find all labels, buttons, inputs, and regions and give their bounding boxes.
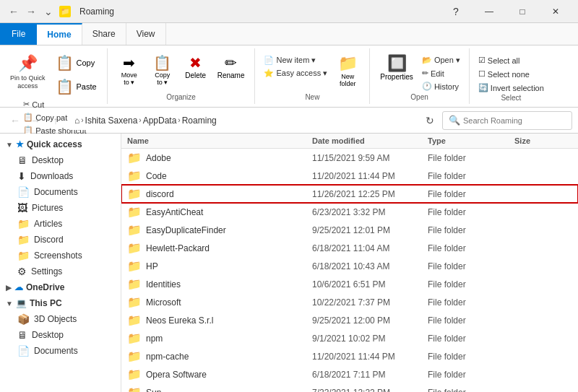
file-name: Code <box>146 171 167 181</box>
pin-to-quick-button[interactable]: 📌 Pin to Quickaccess <box>6 51 50 93</box>
folder-row-icon: 📁 <box>127 205 142 219</box>
tab-share[interactable]: Share <box>82 23 126 45</box>
sidebar-item-documents[interactable]: 📄 Documents <box>0 184 121 200</box>
col-date-header[interactable]: Date modified <box>312 136 428 145</box>
sidebar-item-downloads[interactable]: ⬇ Downloads <box>0 168 121 184</box>
folder-row-icon: 📁 <box>127 187 142 201</box>
file-date: 6/23/2021 3:32 PM <box>312 207 428 217</box>
table-row[interactable]: 📁 EasyAntiCheat 6/23/2021 3:32 PM File f… <box>121 203 578 221</box>
discord-sidebar-icon: 📁 <box>17 234 30 245</box>
table-row[interactable]: 📁 HP 6/18/2021 10:43 AM File folder <box>121 257 578 275</box>
folder-row-icon: 📁 <box>127 241 142 255</box>
invert-selection-button[interactable]: 🔄 Invert selection <box>475 82 547 94</box>
breadcrumb-appdata: AppData <box>143 116 177 126</box>
open-button[interactable]: 📂 Open ▾ <box>419 54 463 66</box>
table-row[interactable]: 📁 Code 11/20/2021 11:44 PM File folder <box>121 167 578 185</box>
up-addr-button[interactable]: ↑ <box>46 111 65 130</box>
maximize-button[interactable]: □ <box>506 0 539 23</box>
breadcrumb-current: Roaming <box>182 116 217 126</box>
col-size-header[interactable]: Size <box>514 136 572 145</box>
table-row[interactable]: 📁 Hewlett-Packard 6/18/2021 11:04 AM Fil… <box>121 239 578 257</box>
sidebar-item-articles-label: Articles <box>34 219 62 229</box>
table-row[interactable]: 📁 Adobe 11/15/2021 9:59 AM File folder <box>121 149 578 167</box>
table-row[interactable]: 📁 Microsoft 10/22/2021 7:37 PM File fold… <box>121 293 578 311</box>
sidebar-item-documents2[interactable]: 📄 Documents <box>0 343 121 359</box>
tab-view[interactable]: View <box>126 23 166 45</box>
new-item-button[interactable]: 📄 New item ▾ <box>261 54 330 66</box>
help-button[interactable]: ? <box>439 0 473 23</box>
sidebar-item-screenshots[interactable]: 📁 Screenshots <box>0 248 121 263</box>
quick-access-section[interactable]: ▼ ★ Quick access <box>0 136 121 152</box>
address-path[interactable]: ⌂ › Ishita Saxena › AppData › Roaming <box>68 111 418 130</box>
ribbon-group-select: ☑ Select all ☐ Select none 🔄 Invert sele… <box>470 48 553 104</box>
table-row[interactable]: 📁 EasyDuplicateFinder 9/25/2021 12:01 PM… <box>121 221 578 239</box>
recent-button[interactable]: ⌄ <box>40 4 56 19</box>
move-to-button[interactable]: ➡ Moveto ▾ <box>113 51 145 89</box>
properties-button[interactable]: 🔲 Properties <box>376 51 418 84</box>
folder-row-icon: 📁 <box>127 331 142 345</box>
forward-addr-button[interactable]: → <box>26 111 45 130</box>
paste-button[interactable]: 📋 Paste <box>51 75 101 98</box>
paste-icon: 📋 <box>56 78 74 95</box>
easy-access-button[interactable]: ⭐ Easy access ▾ <box>261 67 330 79</box>
this-pc-section[interactable]: ▼ 💻 This PC <box>0 295 121 311</box>
file-date: 11/20/2021 11:44 PM <box>312 171 428 181</box>
table-row[interactable]: 📁 Neos Eureka S.r.l 9/25/2021 12:00 PM F… <box>121 311 578 329</box>
table-row[interactable]: 📁 Identities 10/6/2021 6:51 PM File fold… <box>121 275 578 293</box>
sidebar-item-settings[interactable]: ⚙ Settings <box>0 263 121 279</box>
file-name: npm <box>146 334 163 344</box>
col-name-header[interactable]: Name <box>127 136 312 145</box>
sidebar: ▼ ★ Quick access 🖥 Desktop ⬇ Downloads 📄… <box>0 134 121 392</box>
edit-icon: ✏ <box>422 69 428 78</box>
table-row[interactable]: 📁 Opera Software 6/18/2021 7:11 PM File … <box>121 365 578 383</box>
pin-icon: 📌 <box>18 54 38 73</box>
search-input[interactable] <box>463 116 566 125</box>
forward-button[interactable]: → <box>23 4 39 19</box>
tab-home[interactable]: Home <box>37 23 82 45</box>
select-none-icon: ☐ <box>478 69 486 79</box>
file-type: File folder <box>428 171 514 181</box>
file-name: EasyDuplicateFinder <box>146 225 226 235</box>
copy-button-large[interactable]: 📋 Copy <box>51 51 101 74</box>
delete-button[interactable]: ✖ Delete <box>180 51 212 82</box>
properties-icon: 🔲 <box>387 54 407 73</box>
breadcrumb-home: ⌂ <box>74 116 79 126</box>
edit-button[interactable]: ✏ Edit <box>419 67 463 79</box>
folder-row-icon: 📁 <box>127 386 142 392</box>
history-label: History <box>434 82 459 91</box>
copy-icon: 📋 <box>56 54 74 71</box>
tab-file[interactable]: File <box>0 23 37 45</box>
minimize-button[interactable]: — <box>473 0 506 23</box>
back-button[interactable]: ← <box>6 4 22 19</box>
select-none-button[interactable]: ☐ Select none <box>475 68 547 80</box>
sidebar-item-articles[interactable]: 📁 Articles <box>0 216 121 232</box>
select-all-button[interactable]: ☑ Select all <box>475 54 547 66</box>
sidebar-item-3d-objects[interactable]: 📦 3D Objects <box>0 311 121 327</box>
sidebar-item-pictures[interactable]: 🖼 Pictures <box>0 200 121 216</box>
folder-row-icon: 📁 <box>127 223 142 237</box>
table-row[interactable]: 📁 npm 9/1/2021 10:02 PM File folder <box>121 329 578 347</box>
onedrive-icon: ☁ <box>14 282 23 292</box>
col-type-header[interactable]: Type <box>428 136 514 145</box>
open-icon: 📂 <box>422 56 432 65</box>
search-box[interactable]: 🔍 <box>442 111 572 130</box>
sidebar-item-discord[interactable]: 📁 Discord <box>0 232 121 248</box>
folder-row-icon: 📁 <box>127 169 142 183</box>
copy-to-button[interactable]: 📋 Copyto ▾ <box>147 51 178 89</box>
refresh-button[interactable]: ↻ <box>420 111 439 130</box>
table-row[interactable]: 📁 Sun 7/22/2021 12:22 PM File folder <box>121 383 578 392</box>
rename-button[interactable]: ✏ Rename <box>213 51 249 82</box>
back-addr-button[interactable]: ← <box>6 111 25 130</box>
onedrive-section[interactable]: ▶ ☁ OneDrive <box>0 279 121 295</box>
table-row[interactable]: 📁 discord 11/26/2021 12:25 PM File folde… <box>121 185 578 203</box>
open-label: Open ▾ <box>434 56 460 65</box>
file-name: Sun <box>146 388 161 393</box>
sidebar-item-desktop[interactable]: 🖥 Desktop <box>0 152 121 168</box>
table-row[interactable]: 📁 npm-cache 11/20/2021 11:44 PM File fol… <box>121 347 578 365</box>
history-button[interactable]: 🕐 History <box>419 80 463 92</box>
close-button[interactable]: ✕ <box>539 0 572 23</box>
cut-button[interactable]: ✂ Cut <box>20 98 47 110</box>
new-folder-button[interactable]: 📁 Newfolder <box>332 51 363 90</box>
sidebar-item-desktop2[interactable]: 🖥 Desktop <box>0 327 121 343</box>
cut-label: Cut <box>32 100 44 109</box>
